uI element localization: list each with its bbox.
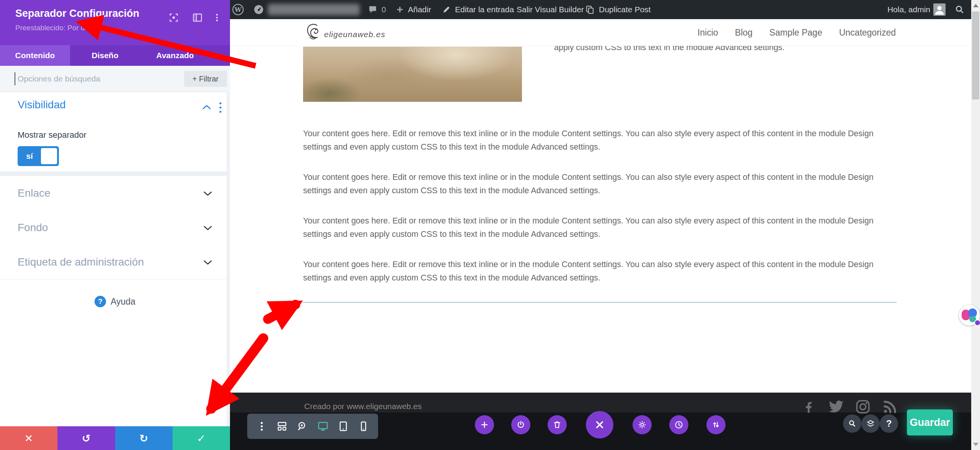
site-logo[interactable]: eligeunaweb.es	[304, 22, 385, 41]
tablet-view-icon[interactable]	[338, 421, 349, 432]
site-nav: Inicio Blog Sample Page Uncategorized	[698, 28, 896, 38]
panel-scrollbar[interactable]	[227, 92, 230, 426]
nav-item-blog[interactable]: Blog	[735, 28, 753, 38]
tab-contenido[interactable]: Contenido	[0, 45, 70, 66]
expand-modal-icon[interactable]	[168, 12, 179, 23]
desktop-view-icon[interactable]	[317, 421, 329, 432]
dock-panel-icon[interactable]	[192, 12, 203, 23]
avatar[interactable]	[933, 3, 946, 16]
redo-button[interactable]: ↻	[115, 426, 173, 450]
redo-icon: ↻	[139, 432, 148, 444]
filter-button[interactable]: + Filtrar	[184, 71, 227, 87]
visibility-kebab-icon[interactable]	[219, 102, 222, 113]
exit-visual-builder-label: Salir Visual Builder	[517, 5, 584, 14]
toggle-label: Mostrar separador	[18, 130, 86, 140]
section-gap	[0, 171, 230, 176]
wordpress-logo-icon[interactable]: W	[232, 0, 244, 19]
site-name-redacted[interactable]	[268, 4, 360, 15]
scrollbar-thumb[interactable]	[972, 11, 979, 99]
add-module-button[interactable]	[475, 415, 494, 434]
exit-visual-builder-item[interactable]: Salir Visual Builder	[517, 0, 584, 19]
chameleon-logo-icon	[304, 22, 323, 41]
undo-button[interactable]: ↺	[57, 426, 115, 450]
content-paragraph[interactable]: Your content goes here. Edit or remove t…	[303, 258, 900, 285]
plus-icon	[396, 5, 404, 14]
duplicate-post-label: Duplicate Post	[599, 5, 651, 14]
duplicate-pages-icon	[585, 5, 595, 15]
rss-icon[interactable]	[882, 399, 898, 415]
panel-preset-label[interactable]: Preestablecido: Por defecto	[15, 24, 104, 32]
scroll-up-arrow[interactable]	[973, 4, 978, 7]
twitter-icon[interactable]	[828, 399, 844, 415]
content-paragraph[interactable]: Your content goes here. Edit or remove t…	[303, 214, 900, 241]
tab-diseno[interactable]: Diseño	[70, 45, 140, 66]
visibility-section-title[interactable]: Visibilidad	[18, 99, 66, 111]
zoom-view-icon[interactable]	[297, 421, 308, 432]
window-scrollbar[interactable]	[971, 0, 980, 450]
settings-gear-button[interactable]	[633, 415, 652, 434]
help-icon: ?	[95, 296, 106, 307]
save-button[interactable]: Guardar	[907, 409, 953, 435]
module-settings-panel: Separador Configuración Preestablecido: …	[0, 0, 230, 450]
comments-item[interactable]: 0	[368, 0, 386, 19]
panel-title: Separador Configuración	[15, 8, 139, 20]
facebook-icon[interactable]	[801, 399, 817, 415]
portability-power-button[interactable]	[511, 415, 530, 434]
nav-item-sample-page[interactable]: Sample Page	[770, 28, 822, 38]
builder-help-button[interactable]: ?	[880, 414, 898, 433]
search-input[interactable]: Opciones de búsqueda	[18, 66, 100, 92]
section-fondo[interactable]: Fondo	[0, 210, 230, 245]
panel-header: Separador Configuración Preestablecido: …	[0, 0, 230, 45]
history-clock-button[interactable]	[669, 415, 688, 434]
reorder-arrows-button[interactable]	[706, 415, 726, 434]
content-paragraph[interactable]: Your content goes here. Edit or remove t…	[303, 171, 900, 197]
layers-button[interactable]	[861, 414, 880, 433]
sticker-purple-dot	[974, 320, 980, 326]
chevron-up-icon[interactable]	[202, 104, 211, 110]
confirm-button[interactable]: ✓	[173, 426, 230, 450]
comment-bubble-icon	[368, 5, 378, 15]
account-greeting[interactable]: Hola, admin	[887, 0, 930, 19]
nav-item-inicio[interactable]: Inicio	[698, 28, 718, 38]
comments-count: 0	[382, 5, 386, 14]
nav-item-uncategorized[interactable]: Uncategorized	[839, 28, 896, 38]
divider-module-line[interactable]	[303, 302, 897, 303]
chevron-down-icon	[203, 191, 213, 197]
discard-button[interactable]: ✕	[0, 426, 57, 450]
scroll-down-arrow[interactable]	[973, 443, 978, 446]
panel-action-buttons: ✕ ↺ ↻ ✓	[0, 426, 230, 450]
edit-post-item[interactable]: Editar la entrada	[442, 0, 514, 19]
options-dots-icon[interactable]	[256, 421, 267, 432]
footer-credit: Creado por www.eligeunaweb.es	[304, 402, 422, 411]
chevron-down-icon	[203, 225, 213, 231]
extension-sticker[interactable]	[959, 305, 980, 326]
undo-icon: ↺	[82, 432, 91, 444]
view-mode-pill	[247, 414, 378, 439]
add-new-item[interactable]: Añadir	[396, 0, 431, 19]
close-builder-menu-button[interactable]	[586, 411, 613, 439]
panel-kebab-menu-icon[interactable]	[212, 12, 222, 23]
tab-avanzado[interactable]: Avanzado	[140, 45, 210, 66]
check-icon: ✓	[197, 432, 206, 444]
svg-text:W: W	[234, 6, 242, 13]
panel-tabs: Contenido Diseño Avanzado	[0, 45, 230, 66]
toggle-knob[interactable]	[41, 148, 57, 164]
options-search-row: Opciones de búsqueda + Filtrar	[0, 66, 230, 92]
content-image[interactable]	[303, 47, 522, 102]
admin-search-icon[interactable]	[955, 0, 965, 19]
duplicate-post-item[interactable]: Duplicate Post	[585, 0, 651, 19]
help-link[interactable]: ? Ayuda	[0, 293, 230, 310]
show-separator-toggle[interactable]: sí	[18, 146, 59, 166]
delete-trash-button[interactable]	[548, 415, 567, 434]
text-cursor	[15, 72, 15, 85]
content-paragraph[interactable]: Your content goes here. Edit or remove t…	[303, 127, 900, 154]
dashboard-gauge-icon[interactable]	[253, 0, 264, 19]
section-etiqueta-administracion[interactable]: Etiqueta de administración	[0, 245, 230, 280]
builder-search-button[interactable]	[843, 414, 861, 433]
instagram-icon[interactable]	[855, 399, 871, 415]
section-enlace[interactable]: Enlace	[0, 176, 230, 211]
site-logo-text: eligeunaweb.es	[324, 30, 385, 39]
wireframe-view-icon[interactable]	[276, 421, 288, 432]
phone-view-icon[interactable]	[358, 421, 369, 432]
toggle-value: sí	[18, 146, 41, 166]
